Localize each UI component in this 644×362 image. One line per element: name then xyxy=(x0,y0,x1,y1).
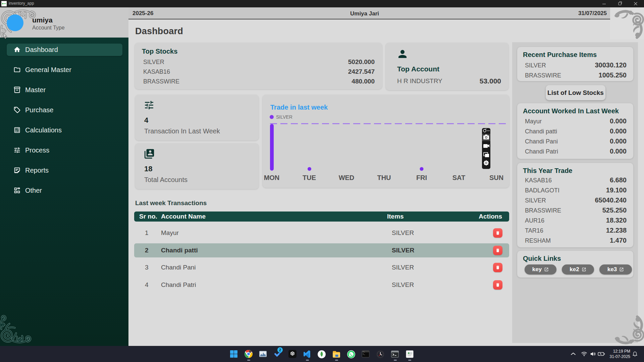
svg-text:>_: >_ xyxy=(363,353,365,355)
svg-text:C:\_: C:\_ xyxy=(363,351,365,353)
